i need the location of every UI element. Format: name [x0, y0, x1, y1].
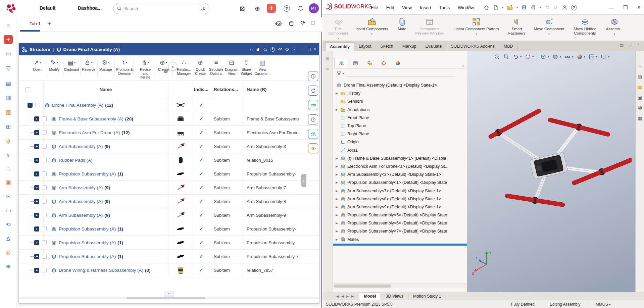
info-icon[interactable] [308, 71, 318, 81]
clipboard-button[interactable]: ▤▾Clipboard [63, 58, 80, 72]
section-view-icon[interactable] [525, 54, 531, 60]
dropdown-caret-icon[interactable]: ▾ [584, 55, 585, 58]
kanban-icon[interactable]: ▦ [4, 108, 13, 117]
scene-icon[interactable] [588, 54, 595, 60]
show-hidden-components-button[interactable]: Show HiddenComponents [569, 17, 600, 36]
item-name-link[interactable]: Frame & Base Subassembly (A) [59, 116, 123, 121]
expand-arrow-icon[interactable]: ▶ [336, 205, 340, 209]
dropdown-caret-icon[interactable]: ▾ [520, 55, 522, 58]
configurationmanager-tab[interactable] [362, 58, 377, 68]
refresh-icon[interactable]: ⟳ [300, 19, 305, 27]
3d-viewport[interactable]: ▾▾▾▾▾▾▾▾ [467, 51, 636, 292]
appearances-sphere-icon[interactable] [637, 105, 643, 110]
quick-create-button[interactable]: ⊕QuickCreate [192, 58, 209, 75]
feature-tree-item[interactable]: ▶Propulsion Subassembly<1> (Default) <Di… [334, 178, 466, 187]
bin-icon[interactable] [288, 20, 295, 27]
new-document-icon[interactable] [493, 5, 498, 10]
feature-tree-item[interactable]: Top Plane [334, 122, 466, 130]
table-row[interactable]: +Electronics Asm For Drone (A)(12)✓Subit… [19, 126, 319, 140]
expand-row-button[interactable]: + [34, 240, 39, 245]
hide-show-items-icon[interactable] [564, 54, 571, 60]
ribbon-tab-sketch[interactable]: Sketch [376, 42, 398, 51]
history-icon[interactable] [308, 114, 318, 124]
view-palette-icon[interactable]: ▣ [638, 95, 642, 100]
column-header-name-r[interactable]: Name (R) [247, 87, 266, 92]
dropdown-caret-icon[interactable]: ▾ [560, 55, 561, 58]
maximize-icon[interactable]: ❐ [623, 4, 628, 10]
filter-icon[interactable]: ▽ [4, 64, 13, 73]
maximize-dashboard-icon[interactable]: □ [311, 20, 314, 27]
table-row[interactable]: +Rubber Pads (A)✓Subitemrelation_8015 [19, 153, 319, 167]
user-avatar[interactable]: PT [309, 3, 319, 13]
media-icon[interactable]: ▣ [4, 178, 13, 187]
list-icon[interactable]: ▤ [4, 79, 13, 88]
expand-row-button[interactable]: + [34, 116, 39, 121]
expand-arrow-icon[interactable]: ▶ [336, 229, 340, 233]
smart-fasteners-button[interactable]: SmartFasteners [505, 17, 529, 36]
feature-tree-item[interactable]: Sensors [334, 97, 466, 105]
study-tab-3d-views[interactable]: 3D Views [381, 293, 408, 300]
dropdown-caret-icon[interactable]: ▾ [572, 55, 573, 58]
feature-tree-item[interactable]: ▶(f) Frame & Base Subassembly<1> (Defaul… [334, 154, 466, 162]
assembly-features-button[interactable]: Assemb...▾ [602, 17, 627, 36]
displaymanager-tab[interactable] [391, 58, 405, 68]
appearances-icon[interactable] [576, 54, 583, 60]
table-row[interactable]: −Drone Final Assembly (A)(12)✓ [19, 98, 319, 112]
collapse-row-button[interactable]: − [28, 103, 33, 108]
row-checkbox[interactable] [42, 199, 47, 204]
dimxpertmanager-tab[interactable] [377, 58, 391, 68]
save-icon[interactable] [522, 5, 527, 10]
expand-arrow-icon[interactable]: ▶ [336, 221, 340, 225]
table-row[interactable]: +Propulsion Subassembly (A)(1)✓SubitemPr… [19, 236, 319, 250]
custom-properties-icon[interactable]: ▦ [638, 115, 642, 121]
row-checkbox[interactable] [42, 158, 47, 162]
view-customize-button[interactable]: ▥ViewCustomi... [254, 58, 271, 75]
hierarchy-icon[interactable]: ψ [4, 136, 13, 145]
ribbon-tab-mbd[interactable]: MBD [499, 42, 518, 51]
table-row[interactable]: +Arm Subassembly (A)(9)✓SubitemArm Subas… [19, 208, 319, 222]
item-name-link[interactable]: Electronics Asm For Drone (A) [59, 130, 120, 135]
column-header-name[interactable]: Name [43, 87, 168, 92]
help-icon[interactable]: ? [571, 5, 577, 10]
feature-tree-item[interactable]: ▶Arm Subassembly<7> (Default) <Display S… [334, 187, 466, 195]
tree-horizontal-scrollbar[interactable] [333, 284, 467, 288]
feature-tree-item[interactable]: ▶Propulsion Subassembly<7> (Default) <Di… [334, 227, 466, 235]
notes-icon[interactable]: ▭ [4, 206, 13, 215]
feature-tree-item[interactable]: ▶Arm Subassembly<3> (Default) <Display S… [334, 170, 466, 178]
item-name-link[interactable]: Propulsion Subassembly (A) [59, 171, 116, 176]
add-tab-icon[interactable]: + [47, 20, 51, 28]
study-tab-model[interactable]: Model [359, 293, 381, 300]
display-style-icon[interactable] [552, 54, 558, 60]
ribbon-tab-assembly[interactable]: Assembly [325, 42, 354, 51]
history-icon[interactable]: ⟲ [4, 220, 13, 229]
network-icon[interactable]: ∴ [4, 164, 13, 173]
home-icon[interactable]: ⌂ [250, 47, 252, 52]
table-row[interactable]: +Arm Subassembly (A)(9)✓SubitemArm Subas… [19, 195, 319, 208]
minimize-icon[interactable]: — [300, 47, 305, 52]
table-row[interactable]: +Arm Subassembly (A)(9)✓SubitemArm Subas… [19, 140, 319, 153]
feature-tree-item[interactable]: ▶Arm Subassembly<8> (Default) <Display S… [334, 195, 466, 203]
item-name-link[interactable]: Propulsion Subassembly (A) [59, 240, 116, 245]
share-widget-button[interactable]: ⇧ShareWidget [238, 58, 255, 75]
row-checkbox[interactable] [42, 116, 47, 121]
feature-tree-item[interactable]: ▶AAnnotations [334, 106, 466, 114]
dashboard-selector[interactable]: Dashboa... [78, 5, 102, 11]
row-checkbox[interactable] [42, 185, 47, 190]
pane-splitter[interactable] [333, 244, 467, 246]
expand-arrow-icon[interactable]: ▶ [336, 173, 340, 176]
refresh-icon[interactable]: ⟳ [286, 47, 290, 52]
feature-tree-item[interactable]: ▶Propulsion Subassembly<6> (Default) <Di… [334, 219, 466, 227]
panel-tabs-overflow-icon[interactable]: › [462, 63, 466, 68]
task-home-icon[interactable]: ⌂ [638, 64, 641, 69]
featuremanager-tab[interactable] [334, 58, 348, 68]
row-checkbox[interactable] [42, 268, 47, 272]
collapsed-toolbar-icon[interactable]: ▭ [326, 66, 330, 71]
item-name-link[interactable]: Drone Final Assembly (A) [52, 103, 103, 108]
expand-arrow-icon[interactable]: ▶ [336, 213, 340, 217]
search-filter-icon[interactable] [200, 6, 206, 11]
float-pane-icon[interactable]: ▢ [629, 43, 633, 48]
dock-pane-icon[interactable]: ▤ [620, 43, 624, 48]
tree-filter[interactable]: ▾ [336, 70, 456, 76]
feature-tree-item[interactable]: ▶Mates [334, 236, 466, 244]
tab-tab1[interactable]: Tab 1 [30, 21, 41, 26]
